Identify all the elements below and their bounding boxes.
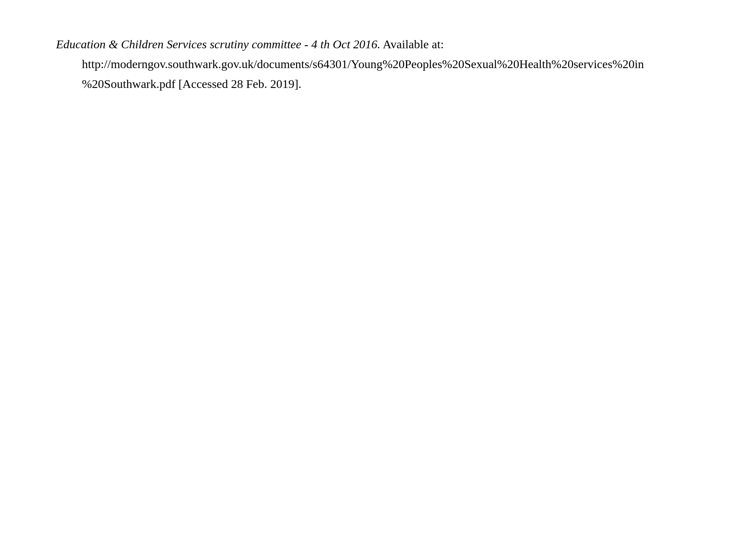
citation-url1: http://moderngov.southwark.gov.uk/docume… xyxy=(82,57,644,71)
citation-block: Education & Children Services scrutiny c… xyxy=(56,34,713,94)
citation-available: Available at: xyxy=(380,38,444,51)
page-container: Education & Children Services scrutiny c… xyxy=(0,0,756,535)
citation-url2: %20Southwark.pdf [Accessed 28 Feb. 2019]… xyxy=(82,77,301,91)
citation-italic: Education & Children Services scrutiny c… xyxy=(56,38,380,51)
citation-text: Education & Children Services scrutiny c… xyxy=(82,34,713,94)
